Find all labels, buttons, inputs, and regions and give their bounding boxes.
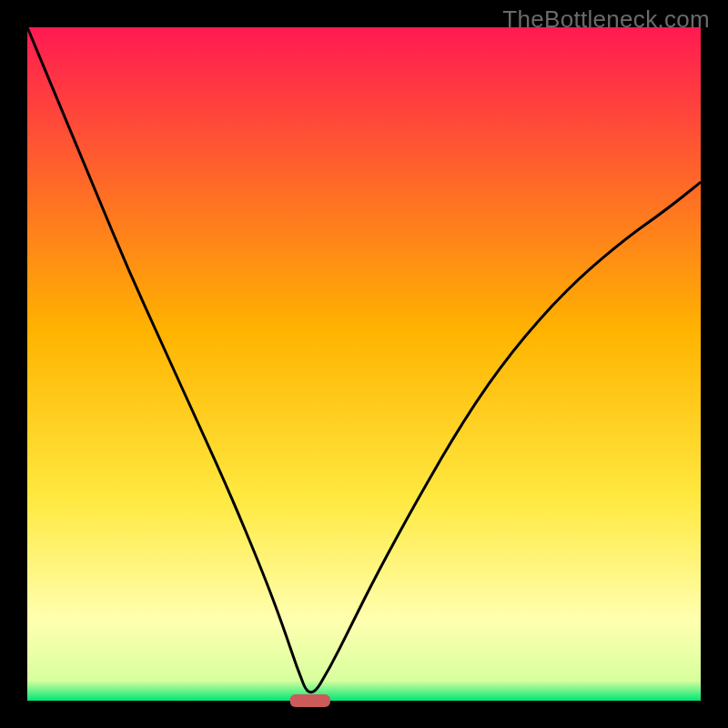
chart-frame: TheBottleneck.com (0, 0, 728, 728)
bottleneck-plot (0, 0, 728, 728)
notch-marker (290, 694, 330, 707)
